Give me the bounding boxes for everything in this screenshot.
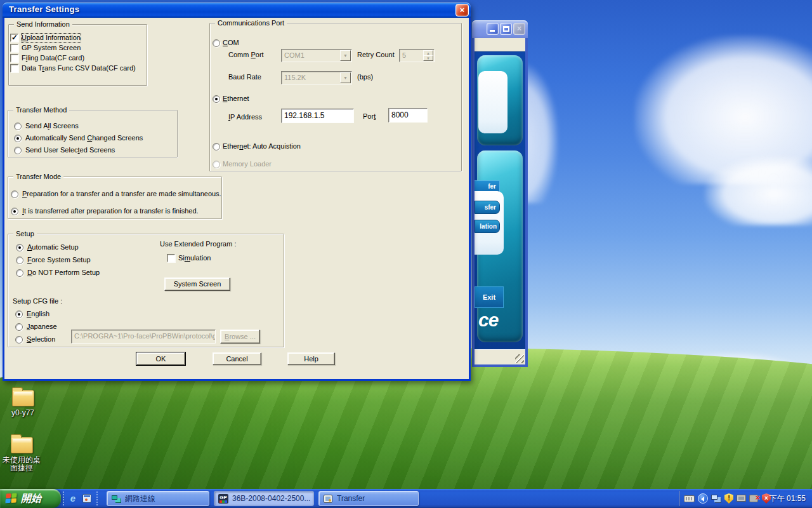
dropdown-arrow-icon: ▼ (340, 50, 351, 61)
force-system-setup-radio[interactable] (16, 257, 23, 264)
desktop-icon-unused-shortcuts[interactable]: 未使用的桌面捷徑 (1, 433, 42, 472)
task-button-transfer[interactable]: Transfer (318, 491, 419, 506)
tray-divider (679, 491, 680, 506)
automatic-setup-label[interactable]: Automatic Setup (27, 243, 79, 251)
folder-icon[interactable] (11, 437, 33, 453)
taskbar: 開始 e 網路連線 GP 36B-2008-0402-2500... Trans… (0, 489, 812, 508)
gp-system-screen-label[interactable]: GP System Screen (22, 44, 81, 52)
minimize-icon (490, 30, 495, 32)
proface-transfer-window[interactable]: × fer sfer lation Exit ce (472, 20, 528, 367)
simultaneous-transfer-radio[interactable] (11, 190, 18, 198)
help-button[interactable]: Help (287, 352, 335, 365)
ethernet-radio[interactable] (213, 95, 220, 103)
ethernet-auto-label[interactable]: Ethernet: Auto Acquistion (223, 142, 301, 150)
quicklaunch-grip[interactable] (63, 491, 65, 505)
cancel-button[interactable]: Cancel (213, 352, 261, 365)
cfg-selection-radio[interactable] (15, 336, 23, 344)
data-trans-csv-checkbox[interactable] (10, 64, 18, 72)
auto-send-changed-radio[interactable] (14, 135, 22, 142)
dropdown-arrow-icon: ▼ (340, 72, 351, 83)
cfg-english-label[interactable]: English (27, 310, 49, 318)
cfg-japanese-radio[interactable] (15, 323, 23, 331)
memory-loader-label: Memory Loader (223, 160, 272, 168)
simulation-label[interactable]: Simulation (178, 254, 211, 262)
desktop-icon-label[interactable]: y0-y77 (3, 409, 43, 417)
cfg-path-field: C:\PROGRA~1\Pro-face\ProPBWin\protocol\g… (71, 330, 216, 344)
upload-information-checkbox[interactable] (10, 34, 18, 42)
minimize-button[interactable] (487, 23, 499, 35)
display-icon[interactable] (737, 493, 747, 504)
port-field[interactable]: 8000 (388, 108, 428, 123)
ethernet-label[interactable]: Ethernet (223, 95, 249, 103)
security-warning-icon[interactable]: ! (724, 493, 735, 504)
close-button[interactable]: × (455, 4, 469, 17)
hide-icons-button[interactable] (698, 493, 709, 504)
proface-statusbar (475, 349, 525, 364)
system-screen-button[interactable]: System Screen (164, 277, 230, 291)
auto-send-changed-label[interactable]: Automatically Send Changed Screens (25, 134, 143, 142)
force-system-setup-label[interactable]: Force System Setup (27, 256, 91, 264)
group-label: Communications Port (215, 19, 287, 27)
after-preparation-label[interactable]: It is transferred after preparation for … (22, 207, 199, 215)
simulation-checkbox[interactable] (167, 254, 175, 262)
gp-system-screen-checkbox[interactable] (10, 44, 18, 52)
memory-loader-radio (213, 161, 220, 168)
network-status-icon[interactable] (711, 493, 722, 504)
task-button-network-connections[interactable]: 網路連線 (107, 491, 209, 506)
dialog-titlebar[interactable]: Transfer Settings × (3, 3, 471, 18)
simulation-button-clipped[interactable]: lation (475, 220, 500, 233)
keyboard-icon[interactable] (684, 493, 695, 504)
group-label: Transfer Method (13, 106, 69, 114)
desktop-icon-y0-y77[interactable]: y0-y77 (3, 386, 43, 417)
simultaneous-transfer-label[interactable]: Preparation for a transfer and a transfe… (22, 190, 221, 198)
setup-cfg-file-label: Setup CFG file : (13, 297, 62, 305)
data-trans-csv-label[interactable]: Data Trans Func CSV Data(CF card) (22, 64, 136, 72)
filing-data-label[interactable]: Filing Data(CF card) (22, 54, 84, 62)
upload-information-label[interactable]: Upload Information (22, 34, 81, 42)
clock[interactable]: 下午 01:55 (769, 489, 806, 508)
after-preparation-radio[interactable] (11, 208, 18, 215)
automatic-setup-radio[interactable] (16, 244, 23, 251)
ethernet-auto-radio[interactable] (213, 143, 220, 150)
exit-button[interactable]: Exit (475, 286, 504, 308)
retry-count-spinner: 5 ▲ ▼ (399, 49, 435, 62)
proface-window-titlebar[interactable]: × (472, 20, 528, 38)
ip-address-field[interactable]: 192.168.1.5 (281, 109, 354, 123)
wireless-disconnected-icon[interactable] (749, 493, 760, 504)
send-all-screens-radio[interactable] (14, 123, 22, 130)
folder-icon[interactable] (12, 390, 34, 406)
send-user-selected-label[interactable]: Send User Selected Screens (25, 146, 115, 154)
quicklaunch-app-icon[interactable] (81, 493, 93, 504)
proface-top-panel (477, 55, 523, 145)
do-not-perform-setup-radio[interactable] (16, 269, 23, 277)
send-user-selected-radio[interactable] (14, 147, 22, 154)
baud-rate-combobox: 115.2K ▼ (281, 71, 352, 84)
do-not-perform-setup-label[interactable]: Do NOT Perform Setup (27, 269, 100, 277)
retry-count-label: Retry Count (357, 51, 395, 59)
comm-port-label: Comm Port (228, 51, 264, 59)
maximize-button[interactable] (500, 23, 512, 35)
start-label: 開始 (21, 492, 41, 505)
filing-data-checkbox[interactable] (10, 54, 18, 62)
transfer-button-clipped[interactable]: sfer (475, 201, 500, 214)
desktop-icon-label[interactable]: 未使用的桌面捷徑 (1, 456, 42, 472)
proface-menubar[interactable] (475, 38, 525, 51)
transfer-settings-dialog[interactable]: Transfer Settings × Send Information Upl… (3, 3, 471, 381)
task-button-36b-project[interactable]: GP 36B-2008-0402-2500... (214, 491, 314, 506)
cfg-japanese-label[interactable]: Japanese (27, 323, 57, 331)
send-all-screens-label[interactable]: Send All Screens (25, 122, 79, 130)
resize-grip[interactable] (515, 354, 524, 363)
cfg-selection-label[interactable]: Selection (27, 335, 55, 344)
internet-explorer-icon[interactable]: e (67, 493, 79, 504)
proface-button-panel: fer sfer lation Exit ce (477, 150, 523, 342)
spin-down-icon: ▼ (423, 55, 433, 61)
group-label: Send Information (14, 20, 72, 28)
start-button[interactable]: 開始 (0, 489, 61, 508)
com-label[interactable]: COM (223, 39, 239, 47)
ok-button[interactable]: OK (136, 352, 185, 365)
task-label: 36B-2008-0402-2500... (232, 494, 310, 504)
cfg-english-radio[interactable] (15, 311, 23, 318)
quicklaunch-grip[interactable] (96, 491, 98, 505)
com-radio[interactable] (213, 39, 220, 47)
windows-flag-icon (5, 493, 16, 504)
